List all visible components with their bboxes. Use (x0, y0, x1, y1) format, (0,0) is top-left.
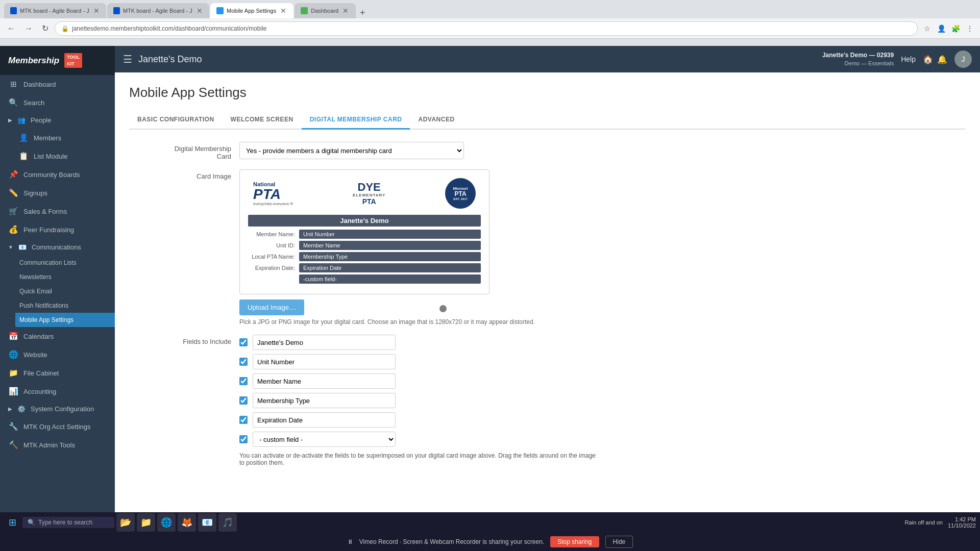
weather-status: Rain off and on (905, 519, 943, 525)
avatar[interactable]: J (954, 51, 972, 68)
field-input-2[interactable] (253, 354, 396, 369)
field-checkbox-3[interactable] (239, 377, 248, 385)
sidebar-item-website[interactable]: 🌐 Website (0, 345, 115, 364)
taskbar-app-music[interactable]: 🎵 (218, 513, 237, 532)
tab-basic-config[interactable]: BASIC CONFIGURATION (129, 111, 223, 130)
tab-jira-1[interactable]: MTK board - Agile Board - Jira ✕ (4, 3, 106, 18)
new-tab-button[interactable]: + (357, 8, 369, 18)
taskbar-search-icon: 🔍 (28, 519, 35, 526)
comm-expand-icon: ▼ (8, 244, 13, 250)
tab-label-1: MTK board - Agile Board - Jira (20, 8, 89, 14)
sidebar-item-community-boards[interactable]: 📌 Community Boards (0, 165, 115, 184)
field-checkbox-6[interactable] (239, 435, 248, 443)
sidebar-item-sales-forms[interactable]: 🛒 Sales & Forms (0, 202, 115, 220)
card-field-label-1: Member Name: (248, 231, 299, 237)
taskbar-app-explorer[interactable]: 📁 (137, 513, 155, 532)
field-select-custom[interactable]: - custom field - (253, 432, 396, 447)
address-bar[interactable]: 🔒 janettesdemo.membershiptoolkit.com/das… (55, 21, 918, 36)
calendars-icon: 📅 (8, 332, 18, 341)
stop-sharing-button[interactable]: Stop sharing (550, 536, 599, 547)
card-logos: National PTA everychild.onevoice.® DYE E… (248, 178, 481, 209)
extensions-button[interactable]: 🧩 (949, 22, 962, 35)
card-field-value-2: Member Name (299, 241, 481, 250)
bookmark-button[interactable]: ☆ (921, 22, 933, 35)
toolbar-icons: ☆ 👤 🧩 ⋮ (921, 22, 976, 35)
sidebar-label-people: People (31, 116, 51, 124)
tab-jira-2[interactable]: MTK board - Agile Board - Jira ✕ (107, 3, 209, 18)
taskbar-search[interactable]: 🔍 Type here to search (22, 517, 114, 528)
sidebar-item-peer-fundraising[interactable]: 💰 Peer Fundraising (0, 220, 115, 239)
jira-favicon-1 (10, 7, 17, 14)
share-bar: ⏸ Vimeo Record · Screen & Webcam Recorde… (0, 533, 980, 551)
field-text-membership-type: Membership Type (253, 393, 396, 408)
field-text-expiration-date: Expiration Date (253, 412, 396, 428)
settings-button[interactable]: ⋮ (964, 22, 976, 35)
sidebar-item-quick-email[interactable]: Quick Email (15, 284, 115, 298)
tab-close-1[interactable]: ✕ (92, 7, 100, 15)
taskbar-app-files[interactable]: 📂 (116, 513, 135, 532)
tab-mobile-settings[interactable]: Mobile App Settings ✕ (210, 3, 293, 18)
sidebar-item-search[interactable]: 🔍 Search (0, 93, 115, 112)
sidebar-group-people[interactable]: ▶ 👥 People (0, 112, 115, 129)
people-expand-icon: ▶ (8, 117, 12, 123)
sidebar-group-communications[interactable]: ▼ 📧 Communications (0, 239, 115, 256)
start-button[interactable]: ⊞ (4, 515, 20, 530)
card-image-label: Card Image (129, 169, 231, 180)
help-link[interactable]: Help (901, 55, 916, 63)
tagline-text: everychild.onevoice.® (253, 202, 293, 206)
fields-label-text: Fields to Include (183, 338, 231, 345)
sidebar-item-list-module[interactable]: 📋 List Module (0, 147, 115, 165)
dmc-select[interactable]: Yes - provide members a digital membersh… (239, 142, 464, 159)
card-image-label-text: Card Image (197, 172, 231, 180)
back-button[interactable]: ← (4, 22, 18, 35)
sidebar-item-calendars[interactable]: 📅 Calendars (0, 327, 115, 345)
sidebar-label-search: Search (23, 99, 44, 107)
sidebar-label-newsletters: Newsletters (19, 273, 52, 281)
field-text-member-name: Member Name (253, 373, 396, 389)
sidebar-item-communication-lists[interactable]: Communication Lists (15, 256, 115, 270)
hamburger-icon[interactable]: ☰ (123, 53, 132, 65)
tab-close-3[interactable]: ✕ (279, 7, 287, 15)
fields-section: Fields to Include (129, 335, 966, 466)
reload-button[interactable]: ↻ (39, 21, 52, 35)
sidebar-item-push-notifications[interactable]: Push Notifications (15, 298, 115, 313)
sidebar-item-mtk-org[interactable]: 🔧 MTK Org Acct Settings (0, 417, 115, 436)
sidebar-item-signups[interactable]: ✏️ Signups (0, 184, 115, 202)
sidebar-group-sys-config[interactable]: ▶ ⚙️ System Configuration (0, 400, 115, 417)
home-icon[interactable]: 🏠 (923, 55, 933, 64)
taskbar-app-mail[interactable]: 📧 (198, 513, 216, 532)
tab-close-2[interactable]: ✕ (195, 7, 203, 15)
mtk-org-icon: 🔧 (8, 422, 18, 431)
upload-image-button[interactable]: Upload Image.... (239, 299, 304, 315)
card-field-value-4: Expiration Date (299, 263, 481, 272)
taskbar-app-firefox[interactable]: 🦊 (178, 513, 196, 532)
field-checkbox-2[interactable] (239, 358, 248, 366)
dashboard-favicon (301, 7, 308, 14)
forward-button[interactable]: → (21, 22, 36, 35)
sidebar-item-file-cabinet[interactable]: 📁 File Cabinet (0, 364, 115, 382)
sidebar-item-accounting[interactable]: 📊 Accounting (0, 382, 115, 400)
profile-button[interactable]: 👤 (935, 22, 947, 35)
hide-button[interactable]: Hide (605, 536, 633, 548)
page-title: Mobile App Settings (129, 85, 966, 101)
field-checkbox-5[interactable] (239, 416, 248, 424)
tab-welcome-screen[interactable]: WELCOME SCREEN (223, 111, 302, 130)
bell-icon[interactable]: 🔔 (937, 55, 947, 64)
taskbar-app-edge[interactable]: 🌐 (157, 513, 176, 532)
tab-close-4[interactable]: ✕ (341, 7, 350, 15)
sidebar-item-newsletters[interactable]: Newsletters (15, 270, 115, 284)
sidebar-label-quick-email: Quick Email (19, 288, 52, 295)
field-input-1[interactable] (253, 335, 396, 350)
community-boards-icon: 📌 (8, 170, 18, 179)
field-checkbox-4[interactable] (239, 396, 248, 405)
tab-digital-membership-card[interactable]: DIGITAL MEMBERSHIP CARD (302, 111, 410, 130)
sidebar-item-members[interactable]: 👤 Members (0, 129, 115, 147)
sidebar-item-mtk-admin[interactable]: 🔨 MTK Admin Tools (0, 436, 115, 454)
tab-dashboard[interactable]: Dashboard ✕ (295, 3, 356, 18)
sidebar-item-mobile-app-settings[interactable]: Mobile App Settings (15, 313, 115, 327)
tab-advanced[interactable]: ADVANCED (410, 111, 462, 130)
field-checkbox-1[interactable] (239, 338, 248, 346)
sidebar-label-members: Members (34, 134, 61, 142)
sidebar-item-dashboard[interactable]: ⊞ Dashboard (0, 75, 115, 93)
user-info: Janette's Demo — 02939 Demo — Essentials (822, 51, 894, 67)
